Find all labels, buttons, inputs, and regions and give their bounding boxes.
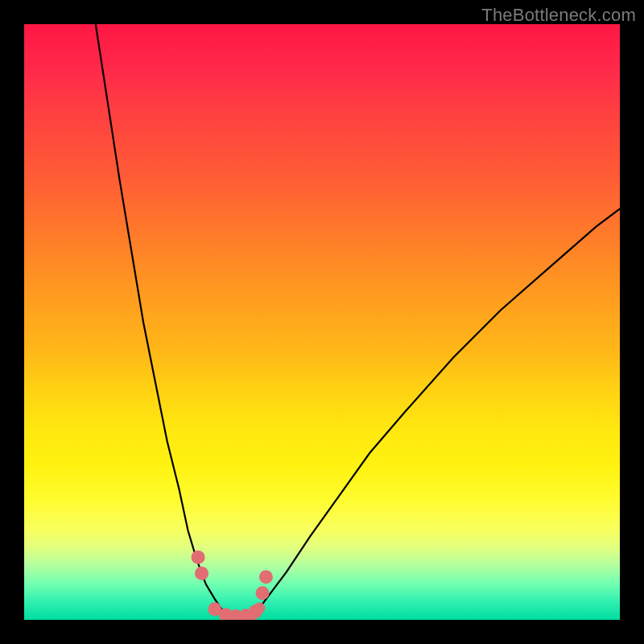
optimal-zone-band [227,608,260,618]
plot-area [24,24,620,620]
data-marker [256,586,270,600]
watermark-text: TheBottleneck.com [481,5,636,26]
data-marker [192,551,205,564]
data-marker [249,605,262,618]
bottleneck-curve [96,24,620,619]
curve-layer [24,24,620,620]
chart-frame: TheBottleneck.com [0,0,644,644]
data-marker [239,609,253,620]
data-marker [195,567,208,580]
data-marker [219,609,233,620]
data-marker [229,609,242,620]
data-marker [259,570,273,584]
data-marker [208,602,221,616]
